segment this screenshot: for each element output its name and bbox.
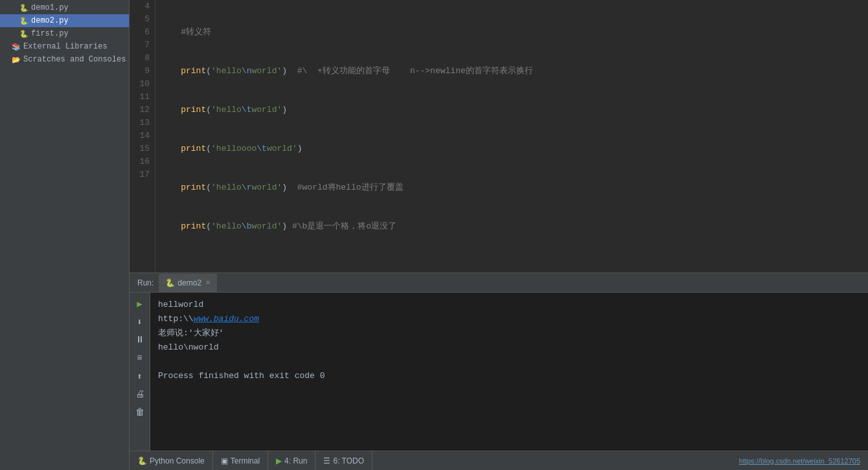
status-tab-terminal[interactable]: ▣ Terminal xyxy=(213,451,268,471)
code-content[interactable]: #转义符 print('hello\nworld') #\ +转义功能的首字母 … xyxy=(155,0,868,273)
python-file-icon: 🐍 xyxy=(19,30,29,38)
output-line-process: Process finished with exit code 0 xyxy=(158,369,860,383)
close-tab-button[interactable]: ✕ xyxy=(205,279,211,286)
run-tab-icon: 🐍 xyxy=(165,278,175,287)
run-tab-label: demo2 xyxy=(177,278,201,287)
library-icon: 📚 xyxy=(12,43,21,51)
sidebar-item-demo1[interactable]: 🐍 demo1.py xyxy=(0,1,129,14)
run-tab-status-label: 4: Run xyxy=(284,456,307,465)
status-bar: 🐍 Python Console ▣ Terminal ▶ 4: Run ☰ 6… xyxy=(130,451,868,470)
run-tab-demo2[interactable]: 🐍 demo2 ✕ xyxy=(159,274,217,292)
sidebar-item-external-libraries[interactable]: 📚 External Libraries xyxy=(0,40,129,53)
code-line-10 xyxy=(161,259,863,272)
clear-button[interactable]: 🗑 xyxy=(131,404,148,421)
editor-area: 4 5 6 7 8 9 10 11 12 13 14 15 16 17 #转义符… xyxy=(130,0,868,470)
main-layout: 🐍 demo1.py 🐍 demo2.py 🐍 first.py 📚 Exter… xyxy=(0,0,868,470)
run-panel: Run: 🐍 demo2 ✕ ▶ ⬇ ⏸ ≡ ⬆ 🖨 🗑 xyxy=(130,273,868,451)
run-button[interactable]: ▶ xyxy=(131,295,148,312)
print-button[interactable]: 🖨 xyxy=(131,386,148,403)
sidebar-item-first[interactable]: 🐍 first.py xyxy=(0,27,129,40)
run-icon: ▶ xyxy=(276,456,282,465)
terminal-label: Terminal xyxy=(231,456,260,465)
terminal-icon: ▣ xyxy=(221,456,228,465)
sidebar-item-label: Scratches and Consoles xyxy=(23,55,126,64)
code-line-7: print('helloooo\tworld') xyxy=(161,142,863,155)
todo-icon: ☰ xyxy=(323,456,330,465)
line-numbers: 4 5 6 7 8 9 10 11 12 13 14 15 16 17 xyxy=(130,0,155,273)
sidebar-item-demo2[interactable]: 🐍 demo2.py xyxy=(0,14,129,27)
output-line-1: hellworld xyxy=(158,298,860,312)
output-line-3: 老师说:'大家好' xyxy=(158,326,860,341)
scroll-up-button[interactable]: ⬆ xyxy=(131,368,148,385)
status-tabs: 🐍 Python Console ▣ Terminal ▶ 4: Run ☰ 6… xyxy=(130,451,372,471)
status-tab-todo[interactable]: ☰ 6: TODO xyxy=(315,451,372,471)
run-output: hellworld http:\\www.baidu.com 老师说:'大家好'… xyxy=(150,293,868,451)
code-line-4: #转义符 xyxy=(161,26,863,39)
folder-icon: 📂 xyxy=(12,56,21,64)
code-line-6: print('hello\tworld') xyxy=(161,104,863,117)
run-tabs-header: Run: 🐍 demo2 ✕ xyxy=(130,273,868,293)
status-tab-python-console[interactable]: 🐍 Python Console xyxy=(130,451,213,471)
run-label: Run: xyxy=(132,278,159,287)
status-tab-run[interactable]: ▶ 4: Run xyxy=(268,451,315,471)
output-line-4: hello\nworld xyxy=(158,341,860,355)
run-layout: ▶ ⬇ ⏸ ≡ ⬆ 🖨 🗑 hellworld http:\\www.baidu… xyxy=(130,293,868,451)
code-editor[interactable]: 4 5 6 7 8 9 10 11 12 13 14 15 16 17 #转义符… xyxy=(130,0,868,273)
sidebar-item-label: External Libraries xyxy=(23,42,108,51)
sidebar-item-label: first.py xyxy=(31,29,69,38)
run-toolbar: ▶ ⬇ ⏸ ≡ ⬆ 🖨 🗑 xyxy=(130,293,150,451)
todo-label: 6: TODO xyxy=(333,456,364,465)
sidebar-item-label: demo2.py xyxy=(31,16,69,25)
output-line-5 xyxy=(158,355,860,369)
python-console-icon: 🐍 xyxy=(137,456,147,465)
status-url[interactable]: https://blog.csdn.net/weixin_52612705 xyxy=(739,457,868,465)
output-link[interactable]: www.baidu.com xyxy=(194,314,259,324)
menu-button[interactable]: ≡ xyxy=(131,350,148,366)
python-file-icon: 🐍 xyxy=(19,4,29,12)
output-line-2: http:\\www.baidu.com xyxy=(158,312,860,326)
python-console-label: Python Console xyxy=(150,456,205,465)
python-file-icon: 🐍 xyxy=(19,17,29,25)
code-line-5: print('hello\nworld') #\ +转义功能的首字母 n-->n… xyxy=(161,65,863,78)
code-line-9: print('hello\bworld') #\b是退一个格，将o退没了 xyxy=(161,220,863,233)
code-line-8: print('hello\rworld') #world将hello进行了覆盖 xyxy=(161,181,863,194)
pause-button[interactable]: ⏸ xyxy=(131,331,148,348)
sidebar: 🐍 demo1.py 🐍 demo2.py 🐍 first.py 📚 Exter… xyxy=(0,0,130,470)
sidebar-item-scratches[interactable]: 📂 Scratches and Consoles xyxy=(0,53,129,66)
scroll-down-button[interactable]: ⬇ xyxy=(131,313,148,330)
sidebar-item-label: demo1.py xyxy=(31,3,69,12)
